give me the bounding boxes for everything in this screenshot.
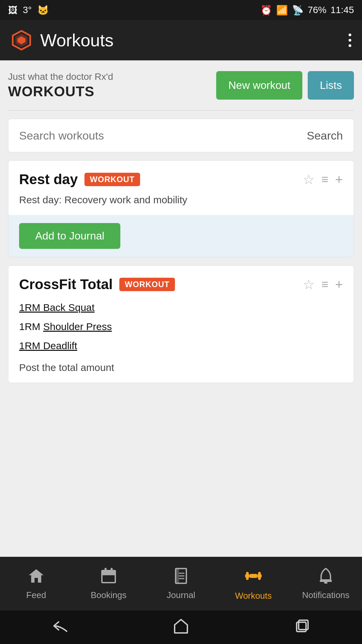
card-description-crossfit-total: Post the total amount: [19, 361, 343, 375]
nav-label-workouts: Workouts: [235, 591, 272, 601]
add-icon-crossfit-total[interactable]: +: [335, 277, 343, 292]
app-bar: Workouts: [0, 20, 362, 60]
card-actions-rest-day: ☆ ≡ +: [303, 172, 343, 187]
header-subtitle: Just what the doctor Rx'd: [8, 71, 113, 82]
svg-rect-5: [105, 568, 107, 573]
card-bottom-rest-day: Add to Journal: [8, 215, 354, 257]
list-icon-crossfit-total[interactable]: ≡: [321, 277, 328, 291]
nav-item-workouts[interactable]: Workouts: [227, 567, 280, 601]
workout-badge-crossfit-total: WORKOUT: [119, 278, 175, 291]
clock: 11:45: [330, 5, 354, 15]
screen-icon: 🖼: [8, 5, 17, 16]
temperature: 3°: [23, 5, 32, 15]
svg-point-17: [258, 572, 261, 575]
app-logo-icon: [11, 30, 32, 51]
link-deadlift[interactable]: 1RM Deadlift: [19, 340, 77, 351]
svg-rect-14: [250, 574, 257, 578]
status-right: ⏰ 📶 📡 76% 11:45: [260, 5, 354, 16]
search-bar: Search: [8, 119, 354, 152]
wifi-icon: 📶: [276, 5, 288, 16]
main-content: Just what the doctor Rx'd WORKOUTS New w…: [0, 60, 362, 557]
header-section: Just what the doctor Rx'd WORKOUTS New w…: [8, 71, 354, 100]
card-links-crossfit-total: 1RM Back Squat 1RM Shoulder Press 1RM De…: [19, 298, 343, 355]
svg-rect-4: [102, 571, 115, 575]
star-icon-crossfit-total[interactable]: ☆: [303, 277, 315, 292]
card-actions-crossfit-total: ☆ ≡ +: [303, 277, 343, 292]
nav-item-bookings[interactable]: Bookings: [82, 567, 135, 600]
svg-rect-20: [324, 582, 327, 584]
workout-badge-rest-day: WORKOUT: [84, 173, 140, 186]
link-shoulder-press[interactable]: Shoulder Press: [43, 321, 112, 332]
svg-rect-6: [111, 568, 113, 573]
link-back-squat[interactable]: 1RM Back Squat: [19, 302, 95, 313]
header-text: Just what the doctor Rx'd WORKOUTS: [8, 71, 113, 100]
notifications-icon: [317, 567, 335, 587]
system-nav: [0, 610, 362, 644]
new-workout-button[interactable]: New workout: [216, 71, 302, 100]
card-header-rest-day: Rest day WORKOUT ☆ ≡ +: [19, 171, 343, 187]
feed-icon: [27, 567, 45, 587]
svg-rect-8: [176, 569, 179, 583]
cat-icon: 🐱: [37, 5, 49, 16]
search-input[interactable]: [19, 129, 307, 142]
app-title: Workouts: [40, 30, 349, 50]
header-title: WORKOUTS: [8, 84, 113, 100]
star-icon-rest-day[interactable]: ☆: [303, 172, 315, 187]
bookings-icon: [100, 567, 117, 587]
alarm-icon: ⏰: [260, 5, 272, 16]
bottom-nav: Feed Bookings Journal: [0, 557, 362, 610]
overflow-menu-button[interactable]: [349, 34, 351, 47]
home-button[interactable]: [173, 618, 189, 637]
workout-card-crossfit-total: CrossFit Total WORKOUT ☆ ≡ + 1RM Back Sq…: [8, 265, 354, 383]
back-button[interactable]: [52, 619, 69, 636]
battery-level: 76%: [308, 5, 326, 15]
header-buttons: New workout Lists: [216, 71, 354, 100]
status-bar: 🖼 3° 🐱 ⏰ 📶 📡 76% 11:45: [0, 0, 362, 20]
card-header-crossfit-total: CrossFit Total WORKOUT ☆ ≡ +: [19, 276, 343, 292]
nav-label-bookings: Bookings: [91, 590, 127, 600]
nav-item-notifications[interactable]: Notifications: [299, 567, 353, 600]
add-icon-rest-day[interactable]: +: [335, 172, 343, 187]
card-title-crossfit-total: CrossFit Total: [19, 276, 113, 292]
add-to-journal-button-rest-day[interactable]: Add to Journal: [19, 223, 120, 249]
nav-item-journal[interactable]: Journal: [154, 567, 208, 600]
recents-button[interactable]: [293, 618, 310, 637]
workout-card-rest-day: Rest day WORKOUT ☆ ≡ + Rest day: Recover…: [8, 160, 354, 257]
svg-point-16: [246, 577, 249, 580]
lists-button[interactable]: Lists: [308, 71, 354, 100]
card-title-rest-day: Rest day: [19, 171, 78, 187]
nav-label-notifications: Notifications: [302, 590, 350, 600]
svg-rect-19: [320, 580, 332, 582]
search-button[interactable]: Search: [307, 129, 343, 142]
nav-label-feed: Feed: [26, 590, 46, 600]
status-left: 🖼 3° 🐱: [8, 5, 49, 16]
journal-icon: [172, 567, 190, 587]
card-top-rest-day: Rest day WORKOUT ☆ ≡ + Rest day: Recover…: [8, 161, 354, 215]
nav-label-journal: Journal: [167, 590, 195, 600]
card-top-crossfit-total: CrossFit Total WORKOUT ☆ ≡ + 1RM Back Sq…: [8, 266, 354, 383]
svg-point-15: [246, 572, 249, 575]
header-divider: [8, 110, 354, 111]
nav-item-feed[interactable]: Feed: [9, 567, 63, 600]
link-shoulder-press-prefix: 1RM: [19, 321, 43, 332]
workouts-icon: [244, 567, 263, 588]
signal-icon: 📡: [292, 5, 304, 16]
card-description-rest-day: Rest day: Recovery work and mobility: [19, 193, 343, 207]
list-icon-rest-day[interactable]: ≡: [321, 172, 328, 186]
svg-point-18: [258, 577, 261, 580]
